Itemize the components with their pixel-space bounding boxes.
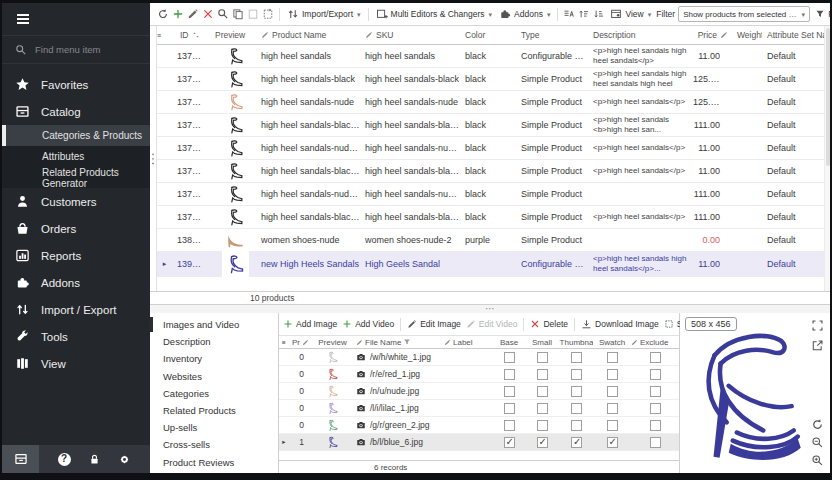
column-header-sku[interactable]: SKU xyxy=(360,30,460,40)
column-header-preview[interactable]: Preview xyxy=(309,338,353,347)
exclude-checkbox[interactable] xyxy=(650,352,661,363)
detail-tab[interactable]: Categories xyxy=(150,385,278,402)
product-row[interactable]: 13817 women shoes-nude women shoes-nude-… xyxy=(157,229,824,252)
sidebar-item-addons[interactable]: Addons xyxy=(2,269,150,296)
product-row[interactable]: 13733 high heel sandals-nude high heel s… xyxy=(157,91,824,114)
add-product-icon[interactable] xyxy=(172,8,184,20)
store-button[interactable] xyxy=(2,445,39,473)
row-expander-icon[interactable]: ▸ xyxy=(157,260,172,268)
delete-image-button[interactable]: Delete xyxy=(529,317,569,331)
swatch-checkbox[interactable] xyxy=(607,369,618,380)
detail-tab[interactable]: Websites xyxy=(150,368,278,385)
base-checkbox[interactable] xyxy=(504,420,515,431)
sidebar-item-orders[interactable]: Orders xyxy=(2,215,150,242)
edit-video-button[interactable]: Edit Video xyxy=(465,317,519,331)
copy-icon[interactable] xyxy=(232,8,244,20)
base-checkbox[interactable] xyxy=(504,369,515,380)
open-external-icon[interactable] xyxy=(811,339,824,352)
detail-tab[interactable]: Images and Video xyxy=(150,316,278,333)
image-row[interactable]: ▸ 1 /b/l/blue_6.jpg xyxy=(279,434,679,451)
small-checkbox[interactable] xyxy=(537,420,548,431)
column-header-color[interactable]: Color xyxy=(460,30,516,40)
column-header-swatch[interactable]: Swatch xyxy=(593,338,628,347)
base-checkbox[interactable] xyxy=(504,352,515,363)
thumbnail-checkbox[interactable] xyxy=(571,437,582,448)
small-checkbox[interactable] xyxy=(537,437,548,448)
product-row[interactable]: 13738 high heel sandals-black-37 high he… xyxy=(157,160,824,183)
addons-button[interactable]: Addons ▾ xyxy=(497,6,552,22)
swatch-checkbox[interactable] xyxy=(607,437,618,448)
add-video-button[interactable]: Add Video xyxy=(341,317,395,331)
download-image-button[interactable]: Download Image xyxy=(580,317,660,332)
sidebar-item-customers[interactable]: Customers xyxy=(2,188,150,215)
image-row[interactable]: 0 /r/e/red_1.jpg xyxy=(279,366,679,383)
edit-product-icon[interactable] xyxy=(187,8,199,20)
column-header-description[interactable]: Description xyxy=(588,30,688,40)
product-row[interactable]: 13739 high heel sandals-nude-37 high hee… xyxy=(157,183,824,206)
column-header-id[interactable]: ID xyxy=(172,30,210,40)
column-header-price[interactable]: Price xyxy=(688,30,732,40)
horizontal-splitter[interactable]: ⋯ xyxy=(150,305,830,313)
thumbnail-checkbox[interactable] xyxy=(571,386,582,397)
exclude-checkbox[interactable] xyxy=(650,369,661,380)
sidebar-item-categories-products[interactable]: Categories & Products xyxy=(2,125,150,146)
thumbnail-checkbox[interactable] xyxy=(571,352,582,363)
column-header-attribute-set[interactable]: Attribute Set Name xyxy=(762,30,824,40)
product-row[interactable]: 13732 high heel sandals-black high heel … xyxy=(157,68,824,91)
rotate-icon[interactable] xyxy=(811,418,824,431)
product-row[interactable]: ▸ 13931 new High Heels Sandals High Geel… xyxy=(157,252,824,277)
base-checkbox[interactable] xyxy=(504,386,515,397)
edit-image-button[interactable]: Edit Image xyxy=(406,317,462,331)
small-checkbox[interactable] xyxy=(537,369,548,380)
detail-tab[interactable]: Cross-sells xyxy=(150,436,278,453)
zoom-out-icon[interactable] xyxy=(811,436,824,449)
product-row[interactable]: 13736 high heel sandals-black-36 high he… xyxy=(157,114,824,137)
small-checkbox[interactable] xyxy=(537,403,548,414)
sidebar-item-related-products-generator[interactable]: Related Products Generator xyxy=(2,167,150,188)
swatch-checkbox[interactable] xyxy=(607,420,618,431)
fit-screen-icon[interactable] xyxy=(811,319,824,332)
exclude-checkbox[interactable] xyxy=(650,437,661,448)
tree-splitter[interactable] xyxy=(150,26,157,291)
vertical-scrollbar[interactable] xyxy=(824,26,830,291)
sidebar-item-import-export[interactable]: Import / Export xyxy=(2,296,150,323)
exclude-checkbox[interactable] xyxy=(650,386,661,397)
small-checkbox[interactable] xyxy=(537,386,548,397)
search-icon[interactable] xyxy=(217,8,229,20)
refresh-icon[interactable] xyxy=(157,8,169,20)
sidebar-item-favorites[interactable]: Favorites xyxy=(2,71,150,98)
sidebar-item-tools[interactable]: Tools xyxy=(2,323,150,350)
hamburger-menu-icon[interactable] xyxy=(15,11,31,27)
menu-search-input[interactable] xyxy=(35,44,140,55)
detail-tab[interactable]: Product Reviews xyxy=(150,454,278,471)
base-checkbox[interactable] xyxy=(504,403,515,414)
image-row[interactable]: 0 /n/u/nude.jpg xyxy=(279,383,679,400)
sidebar-search[interactable] xyxy=(2,35,150,64)
base-checkbox[interactable] xyxy=(504,437,515,448)
delete-product-icon[interactable] xyxy=(202,8,214,20)
sort-alpha-icon[interactable] xyxy=(563,8,575,20)
swatch-checkbox[interactable] xyxy=(607,386,618,397)
product-row[interactable]: 13740 high heel sandals-black-38 high he… xyxy=(157,206,824,229)
filters-button[interactable]: Filters ▾ xyxy=(813,7,830,21)
small-checkbox[interactable] xyxy=(537,352,548,363)
sidebar-item-reports[interactable]: Reports xyxy=(2,242,150,269)
row-selector-header[interactable]: ≡ xyxy=(157,32,172,39)
column-header-small[interactable]: Small xyxy=(524,338,557,347)
column-header-weight[interactable]: Weight xyxy=(732,30,762,40)
column-header-exclude[interactable]: Exclude xyxy=(628,338,679,347)
collapse-all-icon[interactable] xyxy=(593,8,605,20)
help-icon[interactable]: ? xyxy=(58,453,71,466)
product-row[interactable]: 13731 high heel sandals high heel sandal… xyxy=(157,45,824,68)
detail-tab[interactable]: Up-sells xyxy=(150,419,278,436)
add-image-button[interactable]: Add Image xyxy=(282,317,338,331)
column-header-file-name[interactable]: File Name xyxy=(353,338,441,347)
thumbnail-checkbox[interactable] xyxy=(571,403,582,414)
expand-all-icon[interactable] xyxy=(578,8,590,20)
gear-icon[interactable] xyxy=(118,453,131,466)
column-header-thumbnail[interactable]: Thumbna xyxy=(557,338,593,347)
paste-special-icon[interactable] xyxy=(262,8,274,20)
column-header-base[interactable]: Base xyxy=(491,338,524,347)
image-row[interactable]: 0 /l/i/lilac_1.jpg xyxy=(279,400,679,417)
column-header-position[interactable]: Pr xyxy=(289,338,309,347)
